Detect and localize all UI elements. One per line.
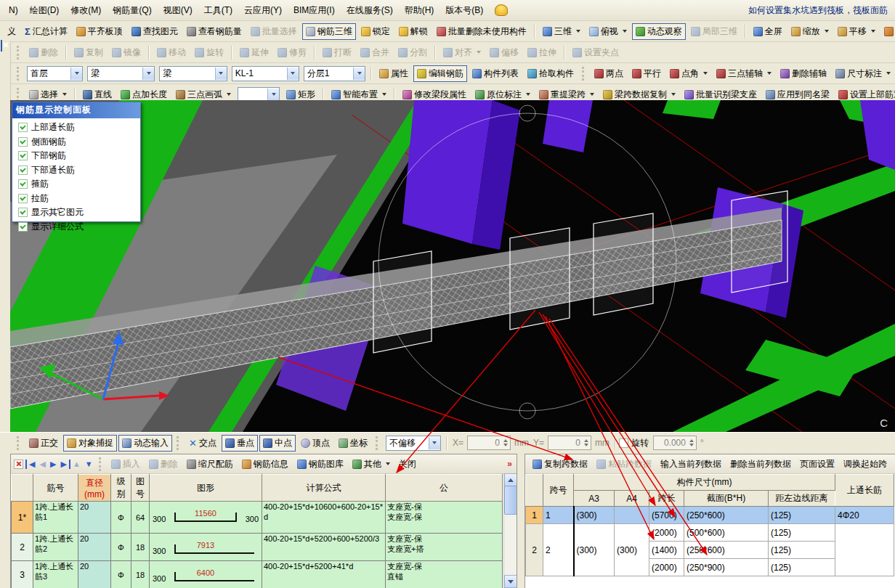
combo-arrow-button[interactable]: [142, 68, 154, 80]
point-angle-dropdown[interactable]: 点角: [666, 65, 711, 82]
element-combo[interactable]: KL-1: [232, 66, 299, 81]
formula-desc-cell[interactable]: 支座宽-保支座宽-保: [386, 502, 503, 534]
figure-no-cell[interactable]: 64: [131, 502, 150, 534]
toolbar-grip[interactable]: [99, 457, 103, 471]
section-cell[interactable]: (500*600): [684, 524, 769, 542]
formula-cell[interactable]: 400-20+15*d+5200+41*d: [262, 561, 386, 588]
row-marker[interactable]: 2: [12, 534, 33, 561]
vertical-scrollbar[interactable]: [503, 473, 517, 588]
rotate-input[interactable]: [654, 438, 687, 448]
input-current-column-button[interactable]: 输入当前列数据: [657, 456, 725, 473]
combo-arrow-button[interactable]: [353, 68, 365, 80]
close-icon[interactable]: [14, 460, 23, 469]
span-no-cell[interactable]: 2: [543, 524, 574, 576]
coordinate-snap-button[interactable]: 坐标: [335, 435, 371, 452]
unlock-button[interactable]: 解锁: [395, 23, 432, 40]
rotate-spinner[interactable]: [687, 439, 696, 446]
top-through-bar-cell[interactable]: [835, 524, 894, 576]
checkbox-show-other-elements[interactable]: 显示其它图元: [14, 206, 139, 221]
panel-title[interactable]: 钢筋显示控制面板: [12, 102, 140, 118]
col-shape[interactable]: 图形: [150, 475, 262, 502]
toolbar-grip[interactable]: [376, 436, 380, 450]
close-icon[interactable]: [1, 40, 2, 52]
toolbar-grip[interactable]: [17, 88, 21, 102]
scale-rebar-button[interactable]: 缩尺配筋: [183, 456, 237, 473]
table-row[interactable]: 3 1跨.上通长筋3 20 Φ 18 300 6400 400-20+15*d+…: [12, 561, 503, 588]
fullscreen-button[interactable]: 全屏: [750, 23, 786, 40]
y-spinner[interactable]: [582, 439, 591, 446]
toolbar-grip[interactable]: [17, 436, 21, 450]
a4-cell[interactable]: (300): [615, 524, 649, 576]
col-left-edge-distance[interactable]: 距左边线距离: [769, 491, 835, 507]
table-row[interactable]: 1* 1跨.上通长筋1 20 Φ 64 300 11560 300 400-20…: [12, 502, 503, 534]
parallel-button[interactable]: 平行: [628, 65, 665, 82]
col-a3[interactable]: A3: [574, 491, 615, 507]
three-point-axis-dropdown[interactable]: 三点辅轴: [713, 65, 775, 82]
shape-cell[interactable]: 300 11560 300: [150, 502, 262, 534]
menu-rebar[interactable]: 钢筋量(Q): [107, 1, 157, 20]
align-slab-top-button[interactable]: 平齐板顶: [73, 23, 126, 40]
row-marker[interactable]: 2: [526, 524, 543, 576]
span-length-cell[interactable]: (5700): [649, 507, 684, 524]
viewport-3d[interactable]: 钢筋显示控制面板 上部通长筋 侧面钢筋 下部钢筋 下部通长筋 箍筋 拉筋 显示其…: [10, 100, 895, 432]
span-length-cell[interactable]: (1400): [649, 542, 684, 559]
summary-calc-button[interactable]: Σ汇总计算: [21, 23, 71, 40]
perpendicular-snap-button[interactable]: 垂点: [222, 435, 258, 452]
left-edge-distance-cell[interactable]: (125): [769, 542, 835, 559]
col-formula-desc[interactable]: 公: [386, 475, 503, 502]
span-length-cell[interactable]: (2000): [649, 559, 684, 576]
menu-help[interactable]: 帮助(H): [399, 1, 440, 20]
object-snap-button[interactable]: 对象捕捉: [63, 435, 117, 452]
diameter-cell[interactable]: 20: [78, 534, 111, 561]
view-3d-dropdown[interactable]: 三维: [539, 23, 584, 40]
a3-cell[interactable]: (300): [574, 524, 615, 576]
diameter-cell[interactable]: 20: [78, 561, 111, 588]
menu-bim[interactable]: BIM应用(I): [288, 1, 341, 20]
span-length-cell[interactable]: (2000): [649, 524, 684, 542]
combo-arrow-button[interactable]: [287, 68, 299, 80]
col-section[interactable]: 截面(B*H): [684, 491, 769, 507]
checkbox-stirrup[interactable]: 箍筋: [14, 178, 139, 192]
x-input[interactable]: [468, 438, 501, 448]
table-row[interactable]: 2 2 (300) (300) (2000) (500*600) (125): [526, 524, 894, 542]
menu-fragment[interactable]: N): [3, 2, 24, 18]
intersection-snap-button[interactable]: ✕交点: [185, 435, 220, 452]
menu-draw[interactable]: 绘图(D): [24, 1, 65, 20]
checkbox-bottom-bar[interactable]: 下部钢筋: [14, 150, 139, 164]
offset-mode-combo[interactable]: 不偏移: [386, 436, 441, 451]
nav-next-button[interactable]: ▶: [48, 460, 58, 469]
floor-combo[interactable]: 首层: [27, 66, 83, 81]
menu-view[interactable]: 视图(V): [158, 1, 198, 20]
menu-online[interactable]: 在线服务(S): [341, 1, 399, 20]
nav-last-button[interactable]: ▶: [58, 460, 70, 469]
diameter-cell[interactable]: 20: [78, 502, 111, 534]
col-span-length[interactable]: 跨长: [649, 491, 684, 507]
col-figure-no[interactable]: 图号: [131, 475, 150, 502]
lock-button[interactable]: 锁定: [357, 23, 394, 40]
a3-cell[interactable]: (300): [574, 507, 615, 524]
toolbar-grip[interactable]: [582, 67, 586, 81]
edit-rebar-button[interactable]: 编辑钢筋: [413, 65, 467, 82]
table-row[interactable]: 2 1跨.上通长筋2 20 Φ 18 300 7913 400-20+15*d+…: [12, 534, 503, 561]
view-rebar-qty-button[interactable]: 查看钢筋量: [183, 23, 246, 40]
section-cell[interactable]: (250*600): [684, 507, 769, 524]
scroll-down-button[interactable]: [504, 575, 517, 588]
move-down-button[interactable]: ▼: [83, 460, 95, 468]
vertex-snap-button[interactable]: 顶点: [297, 435, 333, 452]
menu-modify[interactable]: 修改(M): [65, 1, 107, 20]
top-view-dropdown[interactable]: 俯视: [586, 23, 631, 40]
col-grade[interactable]: 级别: [111, 475, 131, 502]
checkbox-tie-bar[interactable]: 拉筋: [14, 192, 139, 207]
row-marker[interactable]: 1*: [12, 502, 33, 534]
formula-desc-cell[interactable]: 支座宽-保直锚: [386, 561, 503, 588]
properties-button[interactable]: 属性: [376, 65, 412, 82]
checkbox-side-bar[interactable]: 侧面钢筋: [14, 136, 139, 150]
a4-cell[interactable]: [615, 507, 649, 524]
dimension-dropdown[interactable]: 尺寸标注: [832, 65, 894, 82]
combo-arrow-button[interactable]: [267, 89, 279, 101]
grade-cell[interactable]: Φ: [111, 534, 131, 561]
formula-cell[interactable]: 400-20+15*d+5200+600+5200/3: [262, 534, 386, 561]
checkbox-bottom-through-bar[interactable]: 下部通长筋: [14, 164, 139, 179]
grade-cell[interactable]: Φ: [111, 502, 131, 534]
orbit-button[interactable]: 动态观察: [632, 23, 686, 40]
